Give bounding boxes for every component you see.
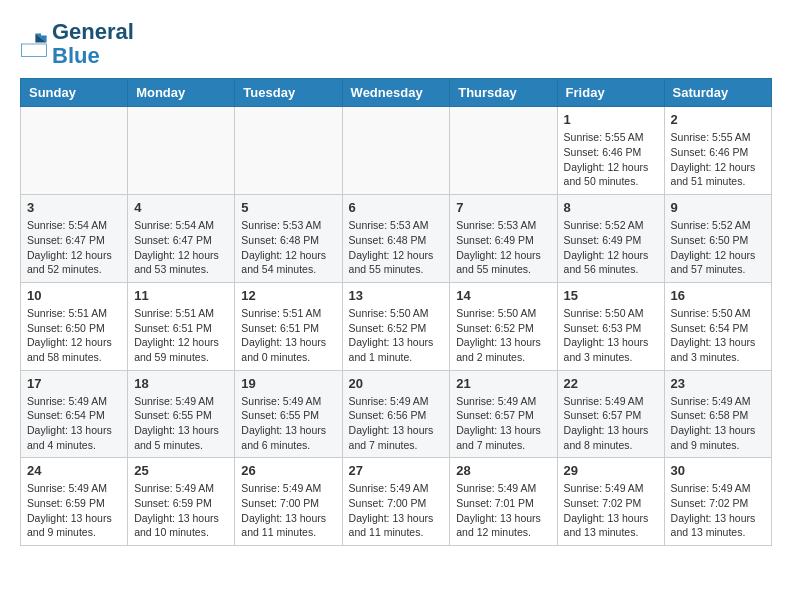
day-detail: Sunrise: 5:49 AM Sunset: 6:57 PM Dayligh… <box>564 394 658 453</box>
day-number: 8 <box>564 200 658 215</box>
day-number: 11 <box>134 288 228 303</box>
day-detail: Sunrise: 5:55 AM Sunset: 6:46 PM Dayligh… <box>671 130 765 189</box>
day-detail: Sunrise: 5:49 AM Sunset: 6:57 PM Dayligh… <box>456 394 550 453</box>
calendar-header-row: SundayMondayTuesdayWednesdayThursdayFrid… <box>21 79 772 107</box>
day-detail: Sunrise: 5:52 AM Sunset: 6:50 PM Dayligh… <box>671 218 765 277</box>
day-number: 15 <box>564 288 658 303</box>
calendar-cell: 11Sunrise: 5:51 AM Sunset: 6:51 PM Dayli… <box>128 282 235 370</box>
calendar-cell <box>342 107 450 195</box>
calendar-cell: 5Sunrise: 5:53 AM Sunset: 6:48 PM Daylig… <box>235 195 342 283</box>
logo-text: GeneralBlue <box>52 20 134 68</box>
day-number: 23 <box>671 376 765 391</box>
calendar-week-row: 3Sunrise: 5:54 AM Sunset: 6:47 PM Daylig… <box>21 195 772 283</box>
day-detail: Sunrise: 5:49 AM Sunset: 6:54 PM Dayligh… <box>27 394 121 453</box>
weekday-header: Monday <box>128 79 235 107</box>
day-number: 14 <box>456 288 550 303</box>
calendar-cell: 17Sunrise: 5:49 AM Sunset: 6:54 PM Dayli… <box>21 370 128 458</box>
weekday-header: Saturday <box>664 79 771 107</box>
calendar-cell: 13Sunrise: 5:50 AM Sunset: 6:52 PM Dayli… <box>342 282 450 370</box>
day-detail: Sunrise: 5:49 AM Sunset: 7:02 PM Dayligh… <box>564 481 658 540</box>
day-detail: Sunrise: 5:53 AM Sunset: 6:49 PM Dayligh… <box>456 218 550 277</box>
calendar-cell: 27Sunrise: 5:49 AM Sunset: 7:00 PM Dayli… <box>342 458 450 546</box>
logo: GeneralBlue <box>20 20 134 68</box>
calendar-cell: 28Sunrise: 5:49 AM Sunset: 7:01 PM Dayli… <box>450 458 557 546</box>
calendar-cell <box>450 107 557 195</box>
day-number: 21 <box>456 376 550 391</box>
calendar-cell <box>21 107 128 195</box>
calendar-table: SundayMondayTuesdayWednesdayThursdayFrid… <box>20 78 772 546</box>
day-number: 25 <box>134 463 228 478</box>
day-number: 24 <box>27 463 121 478</box>
day-detail: Sunrise: 5:49 AM Sunset: 6:58 PM Dayligh… <box>671 394 765 453</box>
calendar-cell: 7Sunrise: 5:53 AM Sunset: 6:49 PM Daylig… <box>450 195 557 283</box>
calendar-cell: 2Sunrise: 5:55 AM Sunset: 6:46 PM Daylig… <box>664 107 771 195</box>
day-detail: Sunrise: 5:49 AM Sunset: 7:01 PM Dayligh… <box>456 481 550 540</box>
day-detail: Sunrise: 5:53 AM Sunset: 6:48 PM Dayligh… <box>241 218 335 277</box>
day-number: 18 <box>134 376 228 391</box>
calendar-cell: 23Sunrise: 5:49 AM Sunset: 6:58 PM Dayli… <box>664 370 771 458</box>
calendar-cell: 9Sunrise: 5:52 AM Sunset: 6:50 PM Daylig… <box>664 195 771 283</box>
day-detail: Sunrise: 5:50 AM Sunset: 6:54 PM Dayligh… <box>671 306 765 365</box>
day-number: 19 <box>241 376 335 391</box>
day-detail: Sunrise: 5:51 AM Sunset: 6:51 PM Dayligh… <box>134 306 228 365</box>
svg-rect-3 <box>21 44 46 57</box>
day-detail: Sunrise: 5:50 AM Sunset: 6:53 PM Dayligh… <box>564 306 658 365</box>
day-detail: Sunrise: 5:51 AM Sunset: 6:50 PM Dayligh… <box>27 306 121 365</box>
calendar-cell: 3Sunrise: 5:54 AM Sunset: 6:47 PM Daylig… <box>21 195 128 283</box>
day-detail: Sunrise: 5:49 AM Sunset: 6:59 PM Dayligh… <box>27 481 121 540</box>
day-number: 9 <box>671 200 765 215</box>
calendar-week-row: 10Sunrise: 5:51 AM Sunset: 6:50 PM Dayli… <box>21 282 772 370</box>
calendar-cell: 30Sunrise: 5:49 AM Sunset: 7:02 PM Dayli… <box>664 458 771 546</box>
calendar-week-row: 17Sunrise: 5:49 AM Sunset: 6:54 PM Dayli… <box>21 370 772 458</box>
day-detail: Sunrise: 5:50 AM Sunset: 6:52 PM Dayligh… <box>349 306 444 365</box>
calendar-cell: 25Sunrise: 5:49 AM Sunset: 6:59 PM Dayli… <box>128 458 235 546</box>
day-number: 5 <box>241 200 335 215</box>
day-number: 13 <box>349 288 444 303</box>
day-detail: Sunrise: 5:55 AM Sunset: 6:46 PM Dayligh… <box>564 130 658 189</box>
calendar-cell: 8Sunrise: 5:52 AM Sunset: 6:49 PM Daylig… <box>557 195 664 283</box>
calendar-cell: 18Sunrise: 5:49 AM Sunset: 6:55 PM Dayli… <box>128 370 235 458</box>
weekday-header: Sunday <box>21 79 128 107</box>
day-detail: Sunrise: 5:49 AM Sunset: 7:00 PM Dayligh… <box>349 481 444 540</box>
day-number: 10 <box>27 288 121 303</box>
day-number: 7 <box>456 200 550 215</box>
weekday-header: Friday <box>557 79 664 107</box>
calendar-cell <box>128 107 235 195</box>
calendar-cell: 29Sunrise: 5:49 AM Sunset: 7:02 PM Dayli… <box>557 458 664 546</box>
day-detail: Sunrise: 5:49 AM Sunset: 6:55 PM Dayligh… <box>241 394 335 453</box>
calendar-cell: 24Sunrise: 5:49 AM Sunset: 6:59 PM Dayli… <box>21 458 128 546</box>
weekday-header: Tuesday <box>235 79 342 107</box>
calendar-cell: 6Sunrise: 5:53 AM Sunset: 6:48 PM Daylig… <box>342 195 450 283</box>
day-number: 12 <box>241 288 335 303</box>
calendar-cell: 10Sunrise: 5:51 AM Sunset: 6:50 PM Dayli… <box>21 282 128 370</box>
calendar-cell: 21Sunrise: 5:49 AM Sunset: 6:57 PM Dayli… <box>450 370 557 458</box>
day-number: 2 <box>671 112 765 127</box>
day-number: 29 <box>564 463 658 478</box>
calendar-cell: 15Sunrise: 5:50 AM Sunset: 6:53 PM Dayli… <box>557 282 664 370</box>
day-number: 27 <box>349 463 444 478</box>
day-detail: Sunrise: 5:49 AM Sunset: 6:59 PM Dayligh… <box>134 481 228 540</box>
calendar-week-row: 1Sunrise: 5:55 AM Sunset: 6:46 PM Daylig… <box>21 107 772 195</box>
day-detail: Sunrise: 5:49 AM Sunset: 7:02 PM Dayligh… <box>671 481 765 540</box>
day-number: 30 <box>671 463 765 478</box>
calendar-cell: 20Sunrise: 5:49 AM Sunset: 6:56 PM Dayli… <box>342 370 450 458</box>
calendar-cell: 19Sunrise: 5:49 AM Sunset: 6:55 PM Dayli… <box>235 370 342 458</box>
day-detail: Sunrise: 5:49 AM Sunset: 7:00 PM Dayligh… <box>241 481 335 540</box>
day-number: 17 <box>27 376 121 391</box>
calendar-cell: 4Sunrise: 5:54 AM Sunset: 6:47 PM Daylig… <box>128 195 235 283</box>
logo-icon <box>20 30 48 58</box>
day-detail: Sunrise: 5:52 AM Sunset: 6:49 PM Dayligh… <box>564 218 658 277</box>
calendar-cell: 14Sunrise: 5:50 AM Sunset: 6:52 PM Dayli… <box>450 282 557 370</box>
day-number: 28 <box>456 463 550 478</box>
weekday-header: Thursday <box>450 79 557 107</box>
calendar-cell: 22Sunrise: 5:49 AM Sunset: 6:57 PM Dayli… <box>557 370 664 458</box>
page-header: GeneralBlue <box>20 20 772 68</box>
calendar-week-row: 24Sunrise: 5:49 AM Sunset: 6:59 PM Dayli… <box>21 458 772 546</box>
calendar-cell <box>235 107 342 195</box>
calendar-cell: 1Sunrise: 5:55 AM Sunset: 6:46 PM Daylig… <box>557 107 664 195</box>
day-number: 4 <box>134 200 228 215</box>
day-detail: Sunrise: 5:49 AM Sunset: 6:56 PM Dayligh… <box>349 394 444 453</box>
calendar-cell: 26Sunrise: 5:49 AM Sunset: 7:00 PM Dayli… <box>235 458 342 546</box>
day-detail: Sunrise: 5:51 AM Sunset: 6:51 PM Dayligh… <box>241 306 335 365</box>
day-number: 22 <box>564 376 658 391</box>
